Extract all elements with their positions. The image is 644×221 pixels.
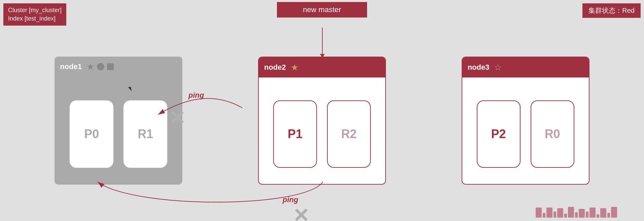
bp-15 <box>611 207 617 218</box>
bp-9 <box>579 209 585 218</box>
bp-13 <box>600 208 606 218</box>
node2-shard-P1-label: P1 <box>288 127 302 141</box>
node3-square-icon <box>514 64 521 71</box>
bp-10 <box>586 212 588 218</box>
node2-icons: ★ <box>291 62 318 73</box>
node1-circle-icon <box>97 63 104 70</box>
node3-star-icon: ☆ <box>494 62 502 73</box>
bp-14 <box>607 213 610 218</box>
bp-4 <box>553 212 556 218</box>
bp-8 <box>575 212 578 218</box>
node3-icons: ☆ <box>494 62 521 73</box>
bp-2 <box>543 213 545 218</box>
node3-shard-R0-label: R0 <box>545 127 560 141</box>
node1-header: node1 ★ <box>55 57 182 77</box>
node3-header: node3 ☆ <box>462 57 589 77</box>
node2-square-icon <box>311 64 318 71</box>
node1-shard-P0-label: P0 <box>84 127 99 141</box>
bp-3 <box>546 208 552 218</box>
node1-name: node1 <box>60 62 82 71</box>
node1-shard-P0: P0 <box>70 100 113 168</box>
bp-1 <box>536 208 542 218</box>
node2-star-icon: ★ <box>291 62 298 73</box>
node3-circle-icon <box>504 64 512 71</box>
node3-shards: P2 R0 <box>462 84 589 184</box>
cluster-status: 集群状态：Red <box>582 3 641 18</box>
node2-shard-P1: P1 <box>273 100 317 168</box>
cluster-label: Cluster [my_cluster] Index [test_index] <box>3 3 66 26</box>
node2-shard-R2-label: R2 <box>341 127 357 141</box>
node2-shard-R2: R2 <box>327 100 371 168</box>
node2-circle-icon <box>301 64 309 71</box>
node3-shard-P2-label: P2 <box>491 127 506 141</box>
ping-bottom-x: ✕ <box>293 204 309 221</box>
bp-7 <box>568 207 574 218</box>
node1-box: node1 ★ P0 R1 <box>55 57 182 185</box>
nodes-area: node1 ★ P0 R1 node2 ★ <box>17 40 627 201</box>
node1-star-icon: ★ <box>86 62 94 72</box>
bp-11 <box>589 208 596 218</box>
node1-shard-R1-label: R1 <box>138 127 153 141</box>
node1-shards: P0 R1 <box>55 84 182 185</box>
cluster-status-text: 集群状态：Red <box>588 7 635 14</box>
index-name-line: Index [test_index] <box>8 14 62 23</box>
node2-box: node2 ★ P1 R2 <box>258 57 386 185</box>
node3-shard-R0: R0 <box>531 100 574 168</box>
cluster-name-line: Cluster [my_cluster] <box>8 6 62 14</box>
new-master-text: new master <box>303 5 341 14</box>
bp-5 <box>557 208 563 218</box>
node1-icons: ★ <box>86 62 114 72</box>
node3-name: node3 <box>468 63 490 72</box>
node1-shard-R1: R1 <box>123 100 167 168</box>
node3-shard-P2: P2 <box>477 100 521 168</box>
bp-6 <box>564 214 567 218</box>
node2-header: node2 ★ <box>259 57 385 77</box>
bp-12 <box>597 214 599 218</box>
page-background: Cluster [my_cluster] Index [test_index] … <box>0 0 644 221</box>
node2-shards: P1 R2 <box>259 84 385 184</box>
node2-name: node2 <box>264 63 286 72</box>
node1-square-icon <box>107 63 114 70</box>
bottom-pattern <box>536 207 617 218</box>
new-master-label: new master <box>277 2 367 18</box>
node3-box: node3 ☆ P2 R0 <box>462 57 589 185</box>
